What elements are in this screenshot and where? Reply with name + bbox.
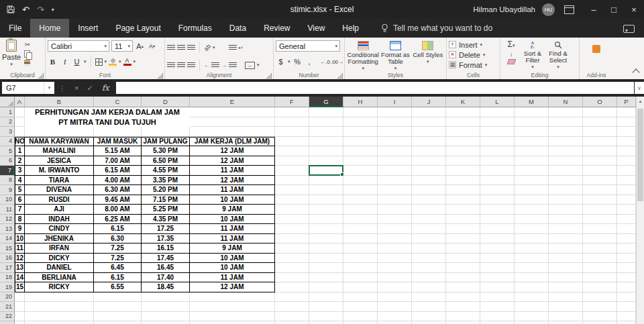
cell-C10[interactable]: 9.45 AM xyxy=(94,195,142,205)
cell-M17[interactable] xyxy=(515,263,549,273)
cell-E17[interactable]: 10 JAM xyxy=(190,263,275,273)
name-box[interactable]: G7 ▾ xyxy=(2,82,54,94)
cell-A17[interactable]: 13 xyxy=(15,263,25,273)
cell-C9[interactable]: 6.30 AM xyxy=(94,185,142,195)
cell-E20[interactable] xyxy=(190,292,275,303)
number-dialog-launcher-icon[interactable] xyxy=(337,73,343,78)
cell-E18[interactable]: 11 JAM xyxy=(190,273,275,283)
cell-L22[interactable] xyxy=(480,312,515,322)
cell-J5[interactable] xyxy=(412,146,446,156)
cell-I5[interactable] xyxy=(378,146,412,156)
cell-E11[interactable]: 9 JAM xyxy=(190,205,275,215)
cell-J14[interactable] xyxy=(412,234,446,244)
cell-D14[interactable]: 17.35 xyxy=(142,234,190,244)
format-as-table-button[interactable]: Format as Table ▾ xyxy=(379,40,411,70)
cell-F15[interactable] xyxy=(275,244,309,254)
cell-E23[interactable] xyxy=(190,321,275,324)
conditional-formatting-button[interactable]: Conditional Formatting ▾ xyxy=(347,40,379,70)
cell-G22[interactable] xyxy=(309,312,343,322)
cell-B11[interactable]: AJI xyxy=(25,205,94,215)
cell-M20[interactable] xyxy=(515,292,549,303)
cell-I6[interactable] xyxy=(378,156,412,166)
cell-A4[interactable]: NO xyxy=(15,137,25,147)
cell-P7[interactable] xyxy=(617,166,636,176)
cell-O19[interactable] xyxy=(583,282,617,292)
redo-icon[interactable]: ↷ xyxy=(37,5,44,15)
cell-O12[interactable] xyxy=(583,215,617,225)
row-header-5[interactable]: 5 xyxy=(0,146,15,156)
cell-O17[interactable] xyxy=(583,263,617,273)
cell-K23[interactable] xyxy=(446,321,480,324)
cell-N20[interactable] xyxy=(549,292,583,303)
sort-filter-button[interactable]: AZ↓ Sort & Filter ▾ xyxy=(520,40,545,69)
row-header-11[interactable]: 11 xyxy=(0,205,15,215)
cell-I18[interactable] xyxy=(378,273,412,283)
cell-H19[interactable] xyxy=(343,282,378,292)
cell-J20[interactable] xyxy=(412,292,446,303)
row-header-23[interactable]: 23 xyxy=(0,321,15,324)
cell-G9[interactable] xyxy=(309,185,343,195)
cell-C18[interactable]: 6.15 xyxy=(94,273,142,283)
cell-H20[interactable] xyxy=(343,292,378,303)
row-header-2[interactable]: 2 xyxy=(0,117,15,127)
cell-C6[interactable]: 7.00 AM xyxy=(94,156,142,166)
cell-P3[interactable] xyxy=(617,127,636,137)
column-header-O[interactable]: O xyxy=(583,97,617,107)
row-header-16[interactable]: 16 xyxy=(0,254,15,264)
cell-I21[interactable] xyxy=(378,302,412,312)
copy-icon[interactable] xyxy=(24,50,30,58)
cell-E1[interactable] xyxy=(190,107,275,117)
autosum-button[interactable]: Σ▾ xyxy=(508,40,515,49)
cell-G4[interactable] xyxy=(309,137,343,147)
cell-A7[interactable]: 3 xyxy=(15,166,25,176)
cell-J23[interactable] xyxy=(412,321,446,324)
cell-N9[interactable] xyxy=(549,185,583,195)
cell-O10[interactable] xyxy=(583,195,617,205)
cell-B22[interactable] xyxy=(25,312,94,322)
cell-P1[interactable] xyxy=(617,107,636,117)
column-header-B[interactable]: B xyxy=(25,97,94,107)
cell-M5[interactable] xyxy=(515,146,549,156)
cell-F1[interactable] xyxy=(275,107,309,117)
cell-H12[interactable] xyxy=(343,215,378,225)
cell-F10[interactable] xyxy=(275,195,309,205)
cell-B12[interactable]: INDAH xyxy=(25,215,94,225)
fill-color-dropdown-icon[interactable]: ▾ xyxy=(119,60,121,64)
cell-M1[interactable] xyxy=(515,107,549,117)
add-ins-icon[interactable] xyxy=(592,45,600,53)
cell-P21[interactable] xyxy=(617,302,636,312)
cell-P16[interactable] xyxy=(617,254,636,264)
cell-J11[interactable] xyxy=(412,205,446,215)
align-center-icon[interactable] xyxy=(177,62,185,68)
column-header-F[interactable]: F xyxy=(275,97,309,107)
cell-D12[interactable]: 4.35 PM xyxy=(142,215,190,225)
cell-M7[interactable] xyxy=(515,166,549,176)
cell-G13[interactable] xyxy=(309,224,343,234)
cell-I20[interactable] xyxy=(378,292,412,303)
tab-formulas[interactable]: Formulas xyxy=(170,19,221,38)
cell-E16[interactable]: 10 JAM xyxy=(190,254,275,264)
cell-I22[interactable] xyxy=(378,312,412,322)
cell-K11[interactable] xyxy=(446,205,480,215)
cell-J4[interactable] xyxy=(412,137,446,147)
underline-button[interactable]: U xyxy=(72,56,82,67)
cell-F3[interactable] xyxy=(275,127,309,137)
cell-I13[interactable] xyxy=(378,224,412,234)
cell-D17[interactable]: 16.45 xyxy=(142,263,190,273)
account-name[interactable]: Hilman Ubaydillah xyxy=(473,5,535,13)
cell-M22[interactable] xyxy=(515,312,549,322)
cell-E12[interactable]: 10 JAM xyxy=(190,215,275,225)
cell-G3[interactable] xyxy=(309,127,343,137)
cell-P17[interactable] xyxy=(617,263,636,273)
cell-G8[interactable] xyxy=(309,176,343,186)
cell-A15[interactable]: 11 xyxy=(15,244,25,254)
tab-data[interactable]: Data xyxy=(221,19,255,38)
cell-N10[interactable] xyxy=(549,195,583,205)
row-header-3[interactable]: 3 xyxy=(0,127,15,137)
decrease-font-icon[interactable]: A▾ xyxy=(147,41,157,52)
cell-J16[interactable] xyxy=(412,254,446,264)
tab-home[interactable]: Home xyxy=(30,19,69,38)
cell-D13[interactable]: 17.25 xyxy=(142,224,190,234)
close-button[interactable]: × xyxy=(624,0,644,19)
column-header-M[interactable]: M xyxy=(515,97,549,107)
